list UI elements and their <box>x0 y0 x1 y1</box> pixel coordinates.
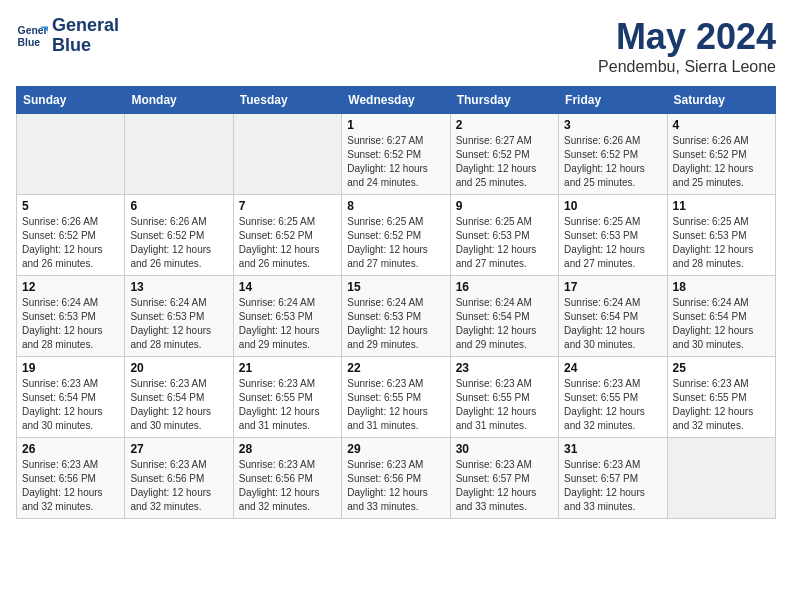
svg-text:Blue: Blue <box>18 36 41 47</box>
title-block: May 2024 Pendembu, Sierra Leone <box>598 16 776 76</box>
calendar-week-5: 26Sunrise: 6:23 AM Sunset: 6:56 PM Dayli… <box>17 438 776 519</box>
calendar-week-2: 5Sunrise: 6:26 AM Sunset: 6:52 PM Daylig… <box>17 195 776 276</box>
calendar-cell: 17Sunrise: 6:24 AM Sunset: 6:54 PM Dayli… <box>559 276 667 357</box>
day-number: 22 <box>347 361 444 375</box>
calendar-cell: 23Sunrise: 6:23 AM Sunset: 6:55 PM Dayli… <box>450 357 558 438</box>
day-info: Sunrise: 6:25 AM Sunset: 6:53 PM Dayligh… <box>673 215 770 271</box>
page-header: General Blue General Blue May 2024 Pende… <box>16 16 776 76</box>
calendar-cell: 8Sunrise: 6:25 AM Sunset: 6:52 PM Daylig… <box>342 195 450 276</box>
calendar-cell: 5Sunrise: 6:26 AM Sunset: 6:52 PM Daylig… <box>17 195 125 276</box>
weekday-header-wednesday: Wednesday <box>342 87 450 114</box>
calendar-cell: 1Sunrise: 6:27 AM Sunset: 6:52 PM Daylig… <box>342 114 450 195</box>
calendar-cell: 15Sunrise: 6:24 AM Sunset: 6:53 PM Dayli… <box>342 276 450 357</box>
calendar-cell: 6Sunrise: 6:26 AM Sunset: 6:52 PM Daylig… <box>125 195 233 276</box>
day-info: Sunrise: 6:26 AM Sunset: 6:52 PM Dayligh… <box>673 134 770 190</box>
day-number: 30 <box>456 442 553 456</box>
day-info: Sunrise: 6:24 AM Sunset: 6:54 PM Dayligh… <box>673 296 770 352</box>
day-info: Sunrise: 6:23 AM Sunset: 6:55 PM Dayligh… <box>673 377 770 433</box>
calendar-cell <box>125 114 233 195</box>
calendar-body: 1Sunrise: 6:27 AM Sunset: 6:52 PM Daylig… <box>17 114 776 519</box>
calendar-cell: 21Sunrise: 6:23 AM Sunset: 6:55 PM Dayli… <box>233 357 341 438</box>
day-number: 16 <box>456 280 553 294</box>
weekday-header-row: SundayMondayTuesdayWednesdayThursdayFrid… <box>17 87 776 114</box>
calendar-cell: 26Sunrise: 6:23 AM Sunset: 6:56 PM Dayli… <box>17 438 125 519</box>
calendar-cell: 11Sunrise: 6:25 AM Sunset: 6:53 PM Dayli… <box>667 195 775 276</box>
title-month: May 2024 <box>598 16 776 58</box>
calendar-cell: 28Sunrise: 6:23 AM Sunset: 6:56 PM Dayli… <box>233 438 341 519</box>
day-info: Sunrise: 6:23 AM Sunset: 6:57 PM Dayligh… <box>456 458 553 514</box>
calendar-cell: 29Sunrise: 6:23 AM Sunset: 6:56 PM Dayli… <box>342 438 450 519</box>
calendar-cell: 10Sunrise: 6:25 AM Sunset: 6:53 PM Dayli… <box>559 195 667 276</box>
calendar-cell: 25Sunrise: 6:23 AM Sunset: 6:55 PM Dayli… <box>667 357 775 438</box>
day-info: Sunrise: 6:25 AM Sunset: 6:52 PM Dayligh… <box>239 215 336 271</box>
logo-text: General Blue <box>52 16 119 56</box>
day-number: 29 <box>347 442 444 456</box>
day-number: 23 <box>456 361 553 375</box>
day-info: Sunrise: 6:25 AM Sunset: 6:53 PM Dayligh… <box>456 215 553 271</box>
day-number: 24 <box>564 361 661 375</box>
calendar-cell <box>17 114 125 195</box>
day-info: Sunrise: 6:23 AM Sunset: 6:55 PM Dayligh… <box>347 377 444 433</box>
day-info: Sunrise: 6:24 AM Sunset: 6:53 PM Dayligh… <box>347 296 444 352</box>
weekday-header-thursday: Thursday <box>450 87 558 114</box>
day-number: 3 <box>564 118 661 132</box>
day-info: Sunrise: 6:25 AM Sunset: 6:52 PM Dayligh… <box>347 215 444 271</box>
day-info: Sunrise: 6:23 AM Sunset: 6:54 PM Dayligh… <box>130 377 227 433</box>
calendar-week-1: 1Sunrise: 6:27 AM Sunset: 6:52 PM Daylig… <box>17 114 776 195</box>
calendar-cell: 9Sunrise: 6:25 AM Sunset: 6:53 PM Daylig… <box>450 195 558 276</box>
day-info: Sunrise: 6:24 AM Sunset: 6:53 PM Dayligh… <box>130 296 227 352</box>
logo-icon: General Blue <box>16 20 48 52</box>
day-info: Sunrise: 6:23 AM Sunset: 6:54 PM Dayligh… <box>22 377 119 433</box>
calendar-header: SundayMondayTuesdayWednesdayThursdayFrid… <box>17 87 776 114</box>
logo: General Blue General Blue <box>16 16 119 56</box>
calendar-cell <box>667 438 775 519</box>
calendar-cell: 4Sunrise: 6:26 AM Sunset: 6:52 PM Daylig… <box>667 114 775 195</box>
day-number: 20 <box>130 361 227 375</box>
day-info: Sunrise: 6:24 AM Sunset: 6:54 PM Dayligh… <box>456 296 553 352</box>
day-number: 17 <box>564 280 661 294</box>
day-number: 26 <box>22 442 119 456</box>
day-number: 2 <box>456 118 553 132</box>
calendar-cell: 16Sunrise: 6:24 AM Sunset: 6:54 PM Dayli… <box>450 276 558 357</box>
day-number: 9 <box>456 199 553 213</box>
calendar-table: SundayMondayTuesdayWednesdayThursdayFrid… <box>16 86 776 519</box>
day-info: Sunrise: 6:26 AM Sunset: 6:52 PM Dayligh… <box>564 134 661 190</box>
day-info: Sunrise: 6:23 AM Sunset: 6:56 PM Dayligh… <box>347 458 444 514</box>
calendar-cell: 12Sunrise: 6:24 AM Sunset: 6:53 PM Dayli… <box>17 276 125 357</box>
calendar-cell: 27Sunrise: 6:23 AM Sunset: 6:56 PM Dayli… <box>125 438 233 519</box>
day-number: 19 <box>22 361 119 375</box>
day-info: Sunrise: 6:26 AM Sunset: 6:52 PM Dayligh… <box>22 215 119 271</box>
day-info: Sunrise: 6:23 AM Sunset: 6:56 PM Dayligh… <box>130 458 227 514</box>
day-info: Sunrise: 6:23 AM Sunset: 6:56 PM Dayligh… <box>239 458 336 514</box>
calendar-cell: 19Sunrise: 6:23 AM Sunset: 6:54 PM Dayli… <box>17 357 125 438</box>
day-number: 4 <box>673 118 770 132</box>
day-info: Sunrise: 6:23 AM Sunset: 6:55 PM Dayligh… <box>239 377 336 433</box>
day-number: 15 <box>347 280 444 294</box>
calendar-cell <box>233 114 341 195</box>
day-info: Sunrise: 6:23 AM Sunset: 6:56 PM Dayligh… <box>22 458 119 514</box>
weekday-header-sunday: Sunday <box>17 87 125 114</box>
calendar-cell: 13Sunrise: 6:24 AM Sunset: 6:53 PM Dayli… <box>125 276 233 357</box>
day-info: Sunrise: 6:25 AM Sunset: 6:53 PM Dayligh… <box>564 215 661 271</box>
day-info: Sunrise: 6:27 AM Sunset: 6:52 PM Dayligh… <box>347 134 444 190</box>
day-number: 10 <box>564 199 661 213</box>
day-number: 31 <box>564 442 661 456</box>
calendar-cell: 7Sunrise: 6:25 AM Sunset: 6:52 PM Daylig… <box>233 195 341 276</box>
day-info: Sunrise: 6:27 AM Sunset: 6:52 PM Dayligh… <box>456 134 553 190</box>
day-number: 21 <box>239 361 336 375</box>
day-info: Sunrise: 6:26 AM Sunset: 6:52 PM Dayligh… <box>130 215 227 271</box>
calendar-cell: 30Sunrise: 6:23 AM Sunset: 6:57 PM Dayli… <box>450 438 558 519</box>
day-number: 7 <box>239 199 336 213</box>
title-location: Pendembu, Sierra Leone <box>598 58 776 76</box>
weekday-header-tuesday: Tuesday <box>233 87 341 114</box>
day-number: 6 <box>130 199 227 213</box>
calendar-cell: 31Sunrise: 6:23 AM Sunset: 6:57 PM Dayli… <box>559 438 667 519</box>
day-number: 13 <box>130 280 227 294</box>
day-number: 14 <box>239 280 336 294</box>
day-number: 28 <box>239 442 336 456</box>
day-info: Sunrise: 6:24 AM Sunset: 6:54 PM Dayligh… <box>564 296 661 352</box>
calendar-cell: 14Sunrise: 6:24 AM Sunset: 6:53 PM Dayli… <box>233 276 341 357</box>
day-number: 8 <box>347 199 444 213</box>
weekday-header-monday: Monday <box>125 87 233 114</box>
calendar-cell: 22Sunrise: 6:23 AM Sunset: 6:55 PM Dayli… <box>342 357 450 438</box>
